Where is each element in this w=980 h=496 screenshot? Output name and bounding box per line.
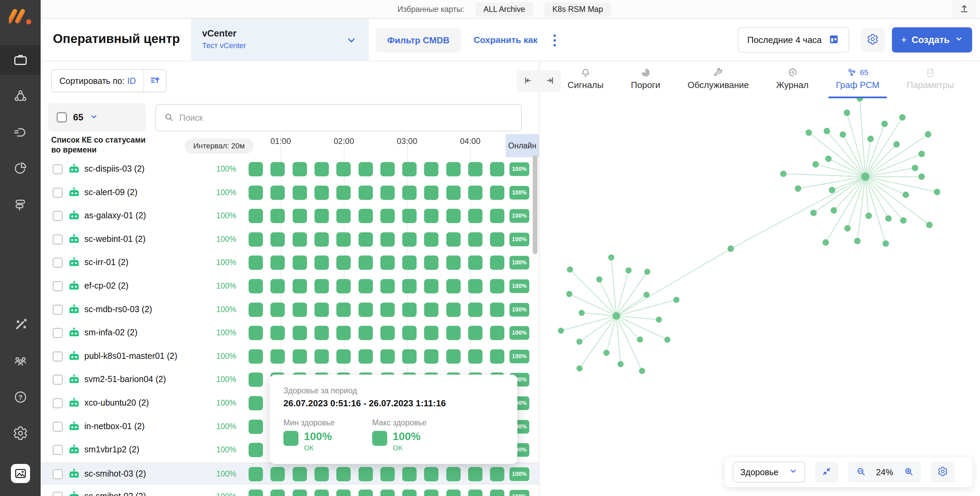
graph-node[interactable] [578, 310, 585, 316]
health-heatmap-cell[interactable] [248, 162, 263, 176]
health-heatmap-cell[interactable] [293, 279, 307, 293]
health-heatmap-cell[interactable] [446, 303, 461, 317]
graph-node[interactable] [625, 268, 632, 274]
graph-node[interactable] [829, 187, 835, 193]
health-heatmap-cell[interactable] [468, 255, 482, 270]
graph-node[interactable] [608, 255, 614, 261]
table-row[interactable]: sc-irr-01 (2)100%100% [41, 252, 539, 274]
health-heatmap-cell[interactable] [293, 162, 307, 176]
sidebar-item-automation[interactable] [0, 310, 41, 339]
row-checkbox[interactable] [52, 211, 63, 221]
graph-node[interactable] [822, 239, 829, 246]
health-heatmap-cell[interactable] [380, 232, 395, 247]
health-heatmap-cell[interactable] [380, 279, 395, 293]
health-heatmap-cell[interactable] [270, 255, 285, 270]
time-range-picker[interactable]: Последние 4 часа [738, 27, 849, 52]
graph-node[interactable] [665, 337, 671, 343]
health-heatmap-cell[interactable] [248, 185, 263, 200]
ci-name[interactable]: sc-smihot-03 (2) [84, 469, 146, 479]
row-checkbox[interactable] [52, 351, 63, 361]
health-heatmap-cell[interactable] [468, 162, 482, 176]
graph-hub-node[interactable] [861, 173, 869, 181]
table-row[interactable]: ef-cp-02 (2)100%100% [41, 275, 539, 297]
zoom-in-icon[interactable] [904, 466, 914, 478]
ci-name[interactable]: svm2-51-barion04 (2) [84, 374, 166, 384]
graph-node[interactable] [812, 161, 819, 168]
health-heatmap-cell[interactable] [248, 255, 263, 270]
health-heatmap-cell[interactable] [490, 232, 504, 247]
health-heatmap-cell[interactable] [424, 232, 438, 247]
health-heatmap-cell[interactable] [270, 303, 285, 317]
sidebar-item-reports[interactable] [0, 154, 41, 183]
health-heatmap-cell[interactable] [380, 255, 395, 270]
sidebar-item-profile[interactable] [0, 459, 41, 488]
health-heatmap-cell[interactable] [315, 279, 329, 293]
health-heatmap-cell[interactable] [336, 255, 351, 270]
ci-name[interactable]: as-galaxy-01 (2) [84, 211, 146, 220]
table-row[interactable]: sc-smibot-02 (2)100%100% [41, 486, 539, 496]
graph-node[interactable] [576, 339, 582, 345]
health-heatmap-cell[interactable] [446, 185, 461, 200]
ci-name[interactable]: sc-webint-01 (2) [84, 234, 145, 244]
graph-node[interactable] [644, 269, 651, 275]
graph-node[interactable] [900, 217, 907, 224]
health-heatmap-cell[interactable] [336, 232, 351, 247]
health-heatmap-cell[interactable] [248, 279, 263, 293]
graph-node[interactable] [617, 361, 624, 367]
health-heatmap-cell[interactable] [424, 279, 438, 293]
health-heatmap-cell[interactable] [270, 326, 285, 340]
health-heatmap-cell[interactable] [468, 185, 482, 200]
health-heatmap-cell[interactable] [424, 349, 438, 364]
tab-graph-rsm[interactable]: 65Граф РСМ [828, 62, 887, 98]
sidebar-item-maps[interactable] [0, 190, 41, 219]
graph-node[interactable] [805, 129, 812, 136]
sidebar-item-help[interactable]: ? [0, 382, 41, 412]
health-heatmap-cell[interactable] [446, 326, 461, 340]
health-heatmap-cell[interactable] [446, 232, 461, 247]
row-checkbox[interactable] [52, 374, 63, 385]
health-heatmap-cell[interactable] [336, 467, 351, 481]
health-heatmap-cell[interactable] [293, 255, 307, 270]
graph-node[interactable] [637, 336, 643, 342]
zoom-out-icon[interactable] [856, 466, 866, 478]
health-heatmap-cell[interactable] [446, 209, 461, 223]
sidebar-item-streams[interactable] [0, 117, 41, 147]
health-heatmap-cell[interactable] [402, 232, 417, 247]
graph-node[interactable] [899, 114, 905, 121]
health-heatmap-cell[interactable] [358, 185, 373, 200]
health-heatmap-cell[interactable] [380, 467, 395, 481]
health-heatmap-cell[interactable] [336, 303, 351, 317]
health-heatmap-cell[interactable] [248, 443, 263, 457]
table-row[interactable]: sc-alert-09 (2)100%100% [41, 182, 539, 204]
health-heatmap-cell[interactable] [358, 279, 373, 293]
health-heatmap-cell[interactable] [424, 162, 438, 176]
health-heatmap-cell[interactable] [315, 490, 329, 496]
ci-name[interactable]: publ-k8s01-master01 (2) [84, 351, 177, 361]
health-heatmap-cell[interactable] [315, 162, 329, 176]
health-heatmap-cell[interactable] [402, 349, 417, 364]
health-heatmap-cell[interactable] [402, 255, 417, 270]
sidebar-item-settings[interactable] [0, 418, 41, 448]
table-row[interactable]: publ-k8s01-master01 (2)100%100% [41, 345, 539, 368]
health-heatmap-cell[interactable] [358, 349, 373, 364]
ci-name[interactable]: in-netbox-01 (2) [84, 421, 145, 431]
favorite-map-button[interactable]: K8s RSM Map [544, 2, 611, 17]
graph-node[interactable] [918, 151, 925, 157]
graph-node[interactable] [780, 171, 787, 177]
health-heatmap-cell[interactable] [270, 209, 285, 223]
graph-node[interactable] [885, 215, 892, 222]
health-heatmap-cell[interactable] [248, 372, 263, 387]
graph-node[interactable] [656, 317, 662, 323]
health-heatmap-cell[interactable] [424, 467, 438, 481]
health-heatmap-cell[interactable] [315, 255, 329, 270]
health-heatmap-cell[interactable] [358, 490, 373, 496]
health-heatmap-cell[interactable] [270, 490, 285, 496]
health-heatmap-cell[interactable] [315, 326, 329, 340]
health-heatmap-cell[interactable] [358, 326, 373, 340]
health-heatmap-cell[interactable] [402, 303, 417, 317]
table-row[interactable]: sc-webint-01 (2)100%100% [41, 228, 539, 250]
health-heatmap-cell[interactable] [270, 349, 285, 364]
graph-node[interactable] [567, 266, 573, 273]
graph-node[interactable] [728, 246, 734, 252]
graph-node[interactable] [824, 128, 830, 134]
